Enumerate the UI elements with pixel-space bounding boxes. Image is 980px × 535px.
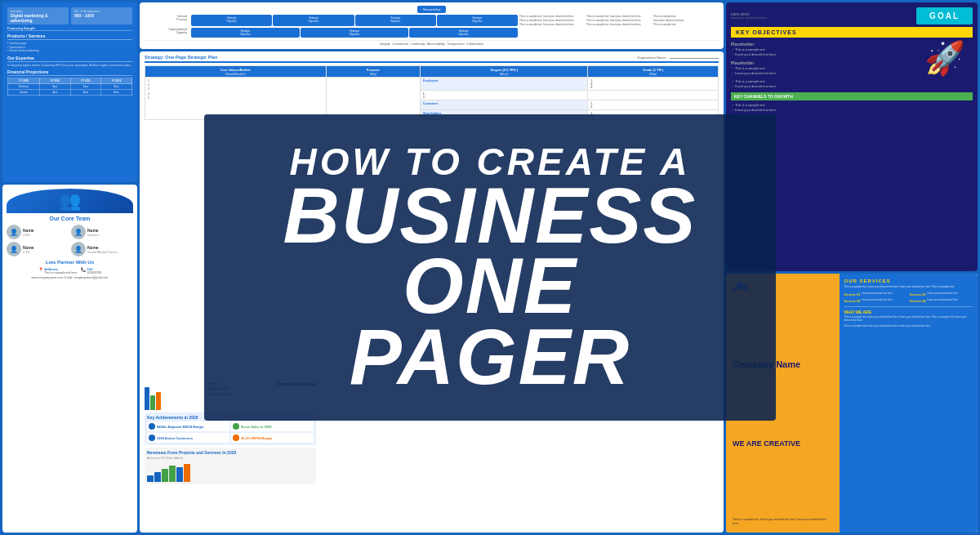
industry-value: Digital marketing & advertising bbox=[11, 13, 65, 23]
right-column: DATE HERE Insert your desired text here.… bbox=[726, 2, 978, 533]
projections-title: Financial Projections bbox=[7, 69, 132, 76]
strategic-obj-box: StrategicObjective bbox=[191, 28, 300, 38]
services-desc: This is a sample text. Insert your desir… bbox=[844, 285, 973, 288]
location-icon: 📍 bbox=[38, 267, 43, 272]
footer-text: Integrity · Commitment · Leadership · Ac… bbox=[145, 40, 719, 46]
service-num: Service 03 bbox=[844, 299, 861, 303]
targets-cell: 1. 2. bbox=[421, 91, 588, 100]
company-logo bbox=[733, 280, 833, 290]
achievement-item: 1200 Active Customers bbox=[147, 433, 229, 443]
section-header: Customers bbox=[421, 100, 588, 110]
table-cell: Revenue bbox=[8, 84, 40, 90]
table-header: FY 2010 bbox=[40, 78, 71, 84]
org-name-line bbox=[670, 58, 719, 59]
org-strategy-card: Stewardship InternalProcess StrategicObj… bbox=[140, 2, 724, 49]
service-item: Service 03 Insert your desired text here… bbox=[844, 299, 907, 303]
date-label: DATE HERE Insert your desired text here. bbox=[731, 12, 768, 20]
plan-header: Strategy: One-Page Strategic Plan Organi… bbox=[145, 55, 719, 63]
achievement-icon bbox=[149, 423, 155, 430]
goals-empty bbox=[588, 91, 719, 100]
section-header: Shareholders bbox=[421, 110, 588, 120]
table-cell: Income bbox=[8, 90, 40, 96]
rev-bar bbox=[154, 472, 161, 482]
text-placeholder: This is a sample text. Insert your desir… bbox=[586, 23, 652, 26]
rev-bar bbox=[184, 464, 190, 482]
partner-text: Lets Partner With Us bbox=[7, 260, 133, 265]
avatar: 👤 bbox=[7, 225, 21, 239]
goal-box: GOAL bbox=[916, 7, 973, 25]
rev-bar bbox=[162, 469, 168, 482]
website-text: www.companyname.com, Email: companyname@… bbox=[7, 276, 133, 279]
table-header: FY 2011 bbox=[70, 78, 101, 84]
team-member: 👤 Name CEO bbox=[7, 225, 69, 239]
logo-icon bbox=[733, 280, 746, 290]
strategic-obj-box: StrategicObjective bbox=[437, 15, 518, 26]
left-column: Industry Digital marketing & advertising… bbox=[2, 2, 137, 533]
expertise-title: Our Expertise bbox=[7, 56, 132, 62]
team-grid: 👤 Name CEO 👤 Name Director 👤 bbox=[7, 225, 133, 256]
org-capacity-label: OrganizationalCapacity bbox=[145, 28, 189, 38]
revenues-subtitle: Amount in US Dollar (billion) bbox=[147, 457, 314, 460]
body-text: This is a sample text. Insert your desir… bbox=[733, 518, 833, 526]
achievement-icon bbox=[149, 435, 155, 441]
col-header: Targets (3·5 YRS.)(Where) bbox=[421, 66, 588, 78]
goals-cell: 1. 2. bbox=[588, 100, 719, 110]
core-team-title: Our Core Team bbox=[7, 216, 133, 221]
address-text: This is a sample text here. bbox=[44, 271, 78, 274]
date-placeholder: Insert your desired text here. bbox=[731, 16, 768, 20]
purpose-cell bbox=[326, 78, 421, 120]
strategic-obj-box: StrategicObjective bbox=[301, 28, 409, 38]
core-team-card: 👥 Our Core Team 👤 Name CEO 👤 Name Direct… bbox=[2, 185, 137, 533]
key-objectives-banner: KEY OBJECTIVES bbox=[731, 27, 973, 38]
contact-info: 📍 Address: This is a sample text here. 📞… bbox=[7, 267, 133, 274]
creative-text: WE ARE CREATIVE bbox=[733, 440, 833, 448]
team-image: 👥 bbox=[7, 189, 133, 213]
plan-title: Strategy: One-Page Strategic Plan bbox=[145, 55, 217, 60]
who-title: WHO WE ARE bbox=[844, 310, 973, 314]
expertise-text: In acquiring higher returns. Expecting R… bbox=[7, 64, 132, 68]
internal-process-label: InternalProcess bbox=[145, 15, 189, 26]
company-name-text: Company Name bbox=[733, 359, 833, 369]
section-header: Employees bbox=[421, 78, 588, 91]
text-placeholder: This is a sample text. Insert your desir… bbox=[519, 23, 585, 26]
industry-label: Industry bbox=[11, 9, 65, 13]
goal-card: DATE HERE Insert your desired text here.… bbox=[726, 2, 978, 271]
table-cell: $xxx bbox=[40, 90, 71, 96]
service-text: Insert your desired text here. bbox=[928, 299, 959, 302]
stewardship-box: Stewardship bbox=[417, 6, 445, 13]
chart-legend: Revenue Operating Profit Operating Margi… bbox=[207, 381, 229, 397]
org-name-label: Organization Name: bbox=[637, 56, 719, 60]
text-placeholder: Insert your desired text here. bbox=[653, 19, 719, 22]
bar-margin bbox=[156, 392, 161, 410]
service-item: Service 01 Insert your desired text here… bbox=[844, 292, 907, 296]
strategy-table: Core Values/Beliefs(Should/Shouldn't) Pu… bbox=[145, 65, 719, 120]
service-item: Service 02 Insert your desired text here… bbox=[910, 292, 973, 296]
services-title: OUR SERVICES bbox=[844, 279, 973, 283]
text-placeholder: This is a sample text. bbox=[653, 15, 719, 18]
rev-bar bbox=[176, 467, 183, 482]
text-placeholder: This is a sample text. Insert your desir… bbox=[519, 15, 585, 18]
channels-text: → This is a sample text.→ Insert your de… bbox=[731, 103, 973, 113]
projections-table: FY 2009 FY 2010 FY 2011 FY 2012 Revenue … bbox=[7, 78, 132, 96]
team-member: 👤 Name Social Media Partner bbox=[71, 242, 133, 256]
strategic-obj-box: StrategicObjective bbox=[355, 15, 436, 26]
bar-operating bbox=[150, 395, 155, 410]
team-member: 👤 Name CTO bbox=[7, 242, 69, 256]
achievement-value: 26.3% EBITA Margin bbox=[241, 436, 272, 440]
bar-revenue bbox=[145, 387, 149, 410]
table-cell: $xxx bbox=[40, 84, 71, 90]
table-cell: $xxx bbox=[101, 84, 132, 90]
service-num: Service 01 bbox=[844, 292, 861, 296]
text-placeholder: This is a sample text. Insert your desir… bbox=[519, 19, 585, 22]
products-title: Products / Services bbox=[7, 33, 132, 40]
financing-label: Financing Sought bbox=[7, 26, 132, 31]
goals-cell: 1. 2. 3. bbox=[588, 78, 719, 91]
text-placeholder: This is a sample text. Insert your desir… bbox=[586, 15, 652, 18]
achievement-value: $xxxx Sales in 2020 bbox=[241, 425, 271, 429]
service-text: Insert your desired text here. bbox=[862, 292, 893, 296]
avatar: 👤 bbox=[71, 225, 86, 239]
text-placeholder: This is a sample text. Insert your desir… bbox=[586, 19, 652, 22]
achievement-item: 26.3% EBITA Margin bbox=[231, 433, 314, 443]
achievement-item: $xxxx Sales in 2020 bbox=[231, 421, 314, 431]
biz-onepager-card: Industry Digital marketing & advertising… bbox=[2, 2, 137, 182]
